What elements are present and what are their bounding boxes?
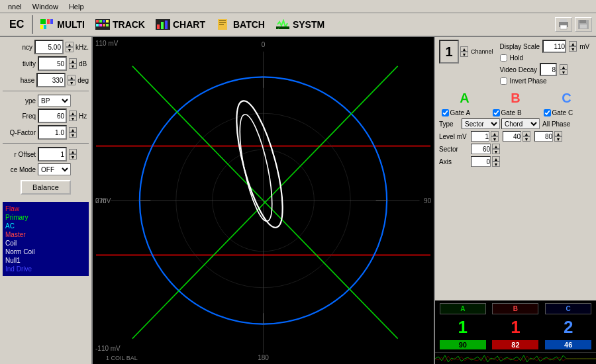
qfactor-up[interactable]: ▲ — [69, 127, 77, 132]
meter-area: A B C 1 1 2 — [435, 300, 596, 352]
svg-rect-12 — [103, 24, 105, 26]
video-decay-spinner[interactable]: ▲ ▼ — [560, 64, 568, 75]
svg-text:✓: ✓ — [277, 26, 279, 30]
display-scale-input[interactable] — [544, 41, 565, 52]
track-button[interactable]: TRACK — [91, 17, 149, 32]
invert-phase-checkbox[interactable] — [500, 77, 507, 85]
axis-up[interactable]: ▲ — [492, 156, 500, 161]
sector-down[interactable]: ▼ — [492, 149, 500, 154]
sector-input[interactable] — [471, 144, 491, 154]
channel-number: 1 — [445, 44, 452, 60]
level-a-down[interactable]: ▼ — [491, 136, 499, 142]
type-a-select[interactable]: Sector — [462, 118, 500, 129]
scope-svg — [93, 37, 434, 364]
phase-unit: deg — [77, 77, 89, 84]
phase-up[interactable]: ▲ — [68, 75, 75, 80]
level-c-spinner[interactable]: ▲ ▼ — [554, 131, 562, 142]
level-b-down[interactable]: ▼ — [522, 136, 530, 142]
phase-down[interactable]: ▼ — [68, 80, 75, 85]
sensitivity-down[interactable]: ▼ — [69, 64, 77, 69]
frequency-up[interactable]: ▲ — [66, 42, 74, 47]
svg-rect-29 — [580, 24, 587, 28]
channel-arrows[interactable]: ▲ ▼ — [460, 46, 468, 57]
phase-spinner[interactable]: ▲ ▼ — [68, 75, 75, 85]
freq-input[interactable] — [39, 110, 66, 122]
offset-spinner[interactable]: ▲ ▼ — [69, 149, 77, 159]
type-b-select[interactable]: Chord — [501, 118, 540, 129]
balance-button[interactable]: Balance — [21, 180, 71, 195]
menu-help[interactable]: Help — [64, 3, 89, 11]
offset-up[interactable]: ▲ — [69, 149, 77, 154]
display-scale-down[interactable]: ▼ — [569, 46, 577, 52]
freq-down[interactable]: ▼ — [69, 116, 77, 121]
phase-input[interactable] — [38, 74, 64, 86]
mode-select[interactable]: OFF — [38, 163, 71, 175]
level-a-input[interactable] — [471, 131, 489, 142]
axis-row: Axis ▲ ▼ — [439, 156, 592, 167]
menu-window[interactable]: Window — [27, 3, 64, 11]
qfactor-down[interactable]: ▼ — [69, 132, 77, 138]
hold-checkbox[interactable] — [500, 54, 507, 62]
channel-down[interactable]: ▼ — [460, 52, 468, 57]
axis-down[interactable]: ▼ — [492, 161, 500, 167]
sensitivity-input[interactable] — [39, 58, 66, 69]
multi-label: MULTI — [57, 19, 85, 30]
display-scale-spinner[interactable]: ▲ ▼ — [569, 41, 577, 52]
type-select[interactable]: BP — [38, 95, 71, 107]
gate-a-checkbox[interactable] — [442, 109, 449, 116]
print-icon[interactable] — [555, 17, 572, 32]
phase-row: hase ▲ ▼ deg — [3, 73, 89, 87]
channel-number-box: 1 — [439, 40, 459, 64]
save-icon[interactable] — [575, 17, 592, 32]
level-b-spinner[interactable]: ▲ ▼ — [522, 131, 530, 142]
frequency-spinner[interactable]: ▲ ▼ — [66, 42, 74, 52]
sector-spinner[interactable]: ▲ ▼ — [492, 144, 500, 154]
offset-input[interactable] — [39, 148, 66, 160]
svg-rect-7 — [99, 20, 102, 23]
meter-b-value: 1 — [492, 316, 538, 339]
axis-spinner[interactable]: ▲ ▼ — [492, 156, 500, 167]
level-c-input[interactable] — [534, 131, 553, 142]
level-a-spinner[interactable]: ▲ ▼ — [491, 131, 499, 142]
axis-input[interactable] — [471, 156, 491, 167]
frequency-input[interactable] — [36, 41, 62, 53]
display-scale-section: Display Scale ▲ ▼ mV Hold — [500, 40, 590, 85]
display-scale-up[interactable]: ▲ — [569, 41, 577, 46]
qfactor-row: Q-Factor ▲ ▼ — [3, 125, 89, 140]
qfactor-spinner[interactable]: ▲ ▼ — [69, 127, 77, 138]
gate-b-checkbox[interactable] — [493, 109, 500, 116]
level-c-up[interactable]: ▲ — [554, 131, 562, 136]
level-b-up[interactable]: ▲ — [522, 131, 530, 136]
menu-nnel[interactable]: nnel — [3, 3, 27, 11]
qfactor-input[interactable] — [39, 126, 66, 138]
gate-c-checkbox[interactable] — [544, 109, 551, 116]
meter-b-label: B — [492, 303, 538, 314]
sector-up[interactable]: ▲ — [492, 144, 500, 149]
level-a-up[interactable]: ▲ — [491, 131, 499, 136]
right-panel: 1 ▲ ▼ Channel Display Scale — [434, 37, 596, 364]
menu-bar: nnel Window Help — [0, 0, 596, 13]
sensitivity-input-box — [38, 56, 67, 71]
svg-point-44 — [227, 97, 292, 231]
sensitivity-up[interactable]: ▲ — [69, 58, 77, 64]
video-decay-down[interactable]: ▼ — [560, 69, 568, 75]
batch-button[interactable]: BATCH — [212, 17, 269, 32]
video-decay-input[interactable] — [541, 64, 556, 75]
video-decay-up[interactable]: ▲ — [560, 64, 568, 69]
freq-up[interactable]: ▲ — [69, 111, 77, 116]
svg-rect-6 — [96, 20, 99, 23]
level-b-input[interactable] — [503, 131, 521, 142]
gate-a-label: Gate A — [450, 109, 471, 116]
multi-button[interactable]: MULTI — [36, 17, 89, 32]
chart-button[interactable]: CHART — [152, 17, 209, 32]
offset-down[interactable]: ▼ — [69, 154, 77, 159]
level-c-down[interactable]: ▼ — [554, 136, 562, 142]
systm-button[interactable]: ✓ SYSTM — [272, 17, 328, 32]
channel-up[interactable]: ▲ — [460, 46, 468, 52]
meter-col-a: A — [440, 303, 486, 314]
freq-spinner[interactable]: ▲ ▼ — [69, 111, 77, 121]
frequency-down[interactable]: ▼ — [66, 47, 74, 52]
type-label: Type — [439, 120, 460, 128]
scope-panel: 110 mV 0 0 mV 270 90 -110 mV 180 1 COIL … — [93, 37, 434, 364]
sensitivity-spinner[interactable]: ▲ ▼ — [69, 58, 77, 69]
